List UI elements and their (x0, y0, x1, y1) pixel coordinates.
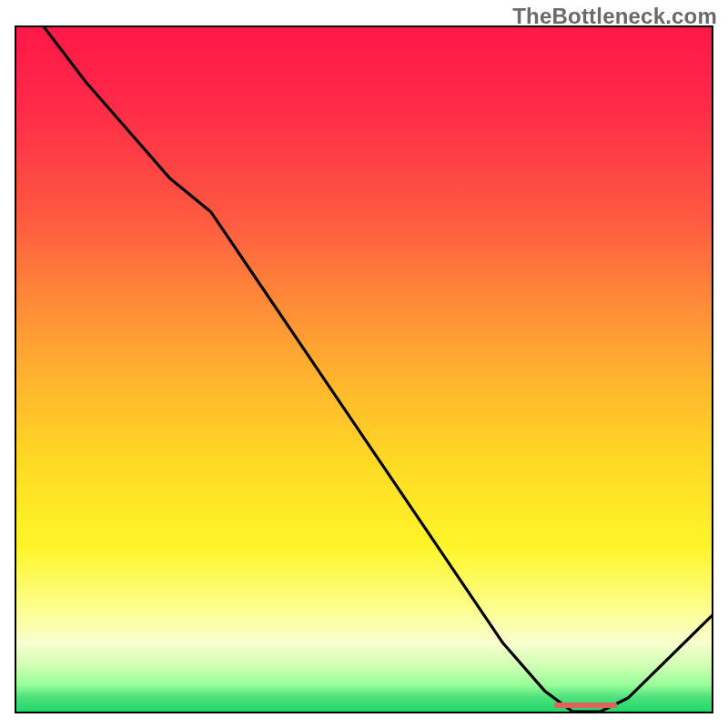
chart-stage: TheBottleneck.com (0, 0, 728, 728)
plot-area (15, 25, 713, 713)
chart-svg (16, 27, 712, 712)
sweet-spot-marker (554, 703, 617, 708)
curve-line (45, 27, 712, 712)
